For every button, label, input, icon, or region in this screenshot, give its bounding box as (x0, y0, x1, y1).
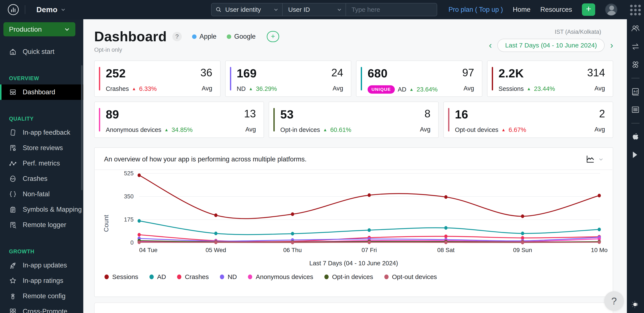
apps-grid-icon[interactable] (630, 5, 641, 15)
trend-up-icon: ▲ (248, 86, 253, 91)
sidebar-item-dashboard[interactable]: Dashboard (0, 84, 83, 100)
doc-search-icon (9, 221, 17, 229)
sidebar-item-in-app-updates[interactable]: In-app updates (0, 258, 83, 273)
svg-text:08 Sat: 08 Sat (437, 247, 454, 253)
card-accent (448, 108, 450, 132)
avg-value: 314 (587, 66, 605, 79)
stat-value: 53 (280, 108, 351, 121)
clover-icon[interactable] (631, 60, 640, 69)
stat-delta: 23.64% (417, 86, 438, 93)
legend-label: Anonymous devices (256, 273, 313, 281)
home-link[interactable]: Home (513, 6, 530, 13)
list-icon[interactable] (631, 105, 640, 114)
avg-label: Avg (464, 85, 474, 92)
sidebar-item-in-app-feedback[interactable]: In-app feedback (0, 125, 83, 140)
sidebar-item-perf-metrics[interactable]: Perf. metrics (0, 156, 83, 171)
theme-toggle-icon[interactable] (631, 300, 640, 309)
project-selector[interactable]: Demo (36, 5, 66, 14)
page-subtitle: Opt-in only (94, 47, 279, 53)
stat-delta: 36.29% (256, 85, 277, 92)
users-icon[interactable] (631, 24, 640, 33)
create-new-button[interactable]: + (582, 3, 595, 16)
sidebar-item-store-reviews[interactable]: Store reviews (0, 140, 83, 156)
legend-item[interactable]: ND (220, 273, 237, 281)
platform-apple[interactable]: Apple (192, 33, 216, 40)
svg-text:06 Thu: 06 Thu (283, 247, 302, 253)
legend-item[interactable]: Anonymous devices (248, 273, 313, 281)
date-prev-button[interactable]: ‹ (489, 41, 492, 50)
search-field-dropdown[interactable]: User ID (282, 3, 346, 16)
sidebar-item-cross-promote[interactable]: Cross-Promote (0, 304, 83, 313)
legend-item[interactable]: Crashes (177, 273, 209, 281)
legend-label: Crashes (185, 273, 209, 281)
trend-up-icon: ▲ (502, 128, 506, 132)
search-scope-value: User identity (225, 6, 270, 13)
platform-label: Apple (200, 33, 216, 40)
chevron-down-icon (64, 26, 70, 32)
stat-label: Crashes (106, 85, 129, 92)
add-platform-button[interactable]: + (267, 31, 279, 42)
sidebar-scrollbar[interactable] (81, 65, 83, 190)
rail-divider (631, 78, 640, 78)
sidebar-item-quick-start[interactable]: Quick start (0, 44, 83, 59)
avg-label: Avg (202, 85, 212, 92)
svg-text:Count: Count (102, 215, 110, 232)
braces-icon (9, 190, 17, 198)
grid-squares-icon (9, 308, 17, 313)
stat-label: Opt-out devices (455, 126, 498, 133)
platform-google[interactable]: Google (227, 33, 256, 40)
legend-item[interactable]: AD (150, 273, 166, 281)
star-icon (9, 277, 17, 285)
top-bar: Demo User identity User ID Type here Pro… (0, 0, 627, 19)
sidebar-item-remote-config[interactable]: Remote config (0, 288, 83, 304)
sidebar-item-label: In-app ratings (23, 277, 63, 285)
chevron-down-icon (337, 7, 342, 12)
apple-icon[interactable] (631, 132, 640, 142)
sidebar: Production Quick start OVERVIEW Dashboar… (0, 19, 83, 313)
sidebar-item-label: Quick start (23, 48, 54, 56)
trend-up-icon: ▲ (132, 86, 136, 91)
google-play-icon[interactable] (631, 150, 640, 159)
stat-label: Sessions (499, 85, 524, 92)
chart-type-selector[interactable] (586, 155, 603, 163)
sidebar-section-quality: QUALITY (9, 116, 83, 122)
legend-dot-icon (177, 275, 181, 279)
glossary-a-z-icon[interactable]: A-Z (631, 87, 640, 96)
legend-item[interactable]: Sessions (104, 273, 138, 281)
search-input[interactable]: Type here (346, 3, 437, 16)
avg-value: 2 (599, 108, 605, 120)
date-next-button[interactable]: › (610, 41, 613, 50)
sidebar-item-crashes[interactable]: Crashes (0, 171, 83, 186)
sidebar-item-label: Dashboard (23, 88, 55, 96)
avg-label: Avg (333, 85, 343, 92)
avg-value: 13 (244, 108, 256, 120)
stat-value: 680 (368, 66, 438, 80)
sidebar-item-symbols-mapping[interactable]: Symbols & Mapping (0, 202, 83, 217)
search-scope-dropdown[interactable]: User identity (212, 3, 282, 16)
chevron-down-icon (274, 7, 278, 12)
sidebar-item-in-app-ratings[interactable]: In-app ratings (0, 273, 83, 288)
legend-dot-icon (220, 275, 224, 279)
user-avatar[interactable] (605, 3, 618, 16)
timezone-label: IST (Asia/Kolkata) (489, 29, 601, 35)
help-fab-button[interactable]: ? (604, 291, 624, 311)
stat-value: 16 (455, 108, 526, 121)
topup-label: ( Top up ) (475, 6, 503, 13)
sidebar-item-remote-logger[interactable]: Remote logger (0, 217, 83, 233)
swap-arrows-icon[interactable] (631, 42, 640, 51)
date-range-selector[interactable]: Last 7 Days (04 - 10 June 2024) (497, 39, 604, 52)
search-bar: User identity User ID Type here (211, 3, 437, 16)
stat-value: 169 (237, 66, 277, 80)
topbar-actions: Pro plan ( Top up ) Home Resources + (448, 0, 618, 19)
legend-item[interactable]: Opt-out devices (384, 273, 437, 281)
environment-selector[interactable]: Production (4, 22, 75, 36)
stat-label: ND (237, 85, 246, 92)
resources-link[interactable]: Resources (540, 6, 572, 13)
plan-topup-link[interactable]: Pro plan ( Top up ) (448, 6, 503, 13)
trend-up-icon: ▲ (527, 86, 531, 91)
legend-item[interactable]: Opt-in devices (324, 273, 373, 281)
legend-label: Sessions (112, 273, 138, 281)
sidebar-item-label: Crashes (23, 175, 47, 183)
title-help-button[interactable]: ? (172, 32, 182, 41)
sidebar-item-non-fatal[interactable]: Non-fatal (0, 186, 83, 202)
